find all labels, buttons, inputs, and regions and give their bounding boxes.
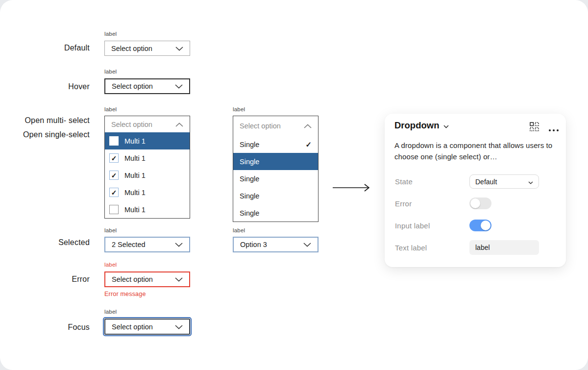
prop-label-error: Error — [395, 199, 412, 208]
text-label-input-value: label — [475, 244, 490, 251]
multi-option[interactable]: Multi 1 — [105, 201, 190, 218]
multi-option[interactable]: Multi 1 — [105, 132, 190, 149]
single-option-label: Single — [240, 158, 259, 166]
prop-label-input-label: Input label — [395, 222, 430, 230]
selected-field-label: label — [104, 227, 117, 233]
multi-option[interactable]: ✓ Multi 1 — [105, 184, 190, 201]
state-label-error: Error — [15, 275, 90, 284]
state-select[interactable]: Default — [469, 174, 539, 189]
chevron-up-icon — [304, 122, 312, 130]
dropdown-focus[interactable]: Select option — [104, 319, 190, 335]
state-label-selected: Selected — [15, 238, 90, 247]
chevron-down-icon — [303, 241, 311, 248]
single-option[interactable]: Single — [233, 204, 318, 222]
chevron-down-icon — [175, 82, 183, 90]
state-label-open-multi: Open multi- select — [15, 116, 90, 125]
dropdown-selected-single[interactable]: Option 3 — [233, 237, 318, 252]
dropdown-selected-single-value: Option 3 — [240, 241, 267, 248]
chevron-down-icon — [175, 323, 183, 331]
hover-field-label: label — [104, 69, 117, 74]
toggle-knob — [470, 198, 480, 208]
checkbox-unchecked-icon[interactable] — [109, 136, 119, 146]
state-select-value: Default — [475, 178, 497, 186]
chevron-down-icon — [175, 45, 183, 52]
prop-label-state: State — [395, 177, 413, 186]
checkbox-checked-icon[interactable]: ✓ — [109, 188, 119, 197]
arrow-right-icon — [332, 182, 372, 195]
single-option[interactable]: Single — [233, 187, 318, 204]
dropdown-error-value: Select option — [112, 275, 153, 283]
single-option[interactable]: Single — [233, 170, 318, 187]
panel-title-text: Dropdown — [394, 120, 439, 131]
multi-option-label: Multi 1 — [124, 154, 146, 162]
multi-option-label: Multi 1 — [124, 189, 146, 197]
check-icon: ✓ — [305, 140, 312, 149]
panel-title[interactable]: Dropdown — [394, 120, 449, 131]
state-label-open-single: Open single-select — [15, 130, 90, 139]
error-toggle[interactable] — [469, 197, 491, 209]
multi-option-label: Multi 1 — [124, 206, 146, 214]
dropdown-single-open: Select option Single ✓ Single Single Sin… — [233, 116, 318, 222]
dropdown-component-sheet: Default Hover Open multi- select Open si… — [0, 0, 588, 370]
toggle-knob — [481, 221, 490, 230]
prop-label-text-label: Text label — [395, 244, 427, 252]
dropdown-default[interactable]: Select option — [104, 41, 190, 56]
state-label-default: Default — [15, 44, 90, 52]
chevron-down-icon — [175, 275, 183, 283]
panel-description: A dropdown is a component that allows us… — [394, 140, 554, 162]
dropdown-multi-open: Select option Multi 1 ✓ Multi 1 ✓ Multi … — [104, 116, 190, 219]
chevron-up-icon — [175, 121, 183, 128]
dropdown-multi-placeholder: Select option — [111, 121, 152, 128]
single-field-label: label — [233, 106, 245, 112]
multi-option-label: Multi 1 — [124, 172, 146, 179]
dropdown-default-value: Select option — [111, 45, 152, 52]
single-option[interactable]: Single ✓ — [233, 136, 318, 153]
single-option-label: Single — [240, 192, 259, 200]
chevron-down-icon — [175, 241, 183, 248]
error-message: Error message — [104, 291, 146, 297]
dropdown-selected-multi-value: 2 Selected — [112, 241, 146, 248]
chevron-down-icon — [443, 120, 449, 131]
state-label-focus: Focus — [15, 323, 90, 332]
checkbox-checked-icon[interactable]: ✓ — [109, 153, 119, 163]
error-field-label: label — [104, 262, 117, 268]
checkbox-unchecked-icon[interactable] — [109, 205, 119, 214]
checkbox-checked-icon[interactable]: ✓ — [109, 171, 119, 180]
dropdown-single-placeholder: Select option — [240, 122, 281, 130]
dropdown-error[interactable]: Select option — [104, 271, 190, 287]
multi-option-label: Multi 1 — [124, 137, 146, 145]
dropdown-hover-value: Select option — [112, 82, 153, 90]
single-option-label: Single — [240, 175, 259, 183]
dropdown-hover[interactable]: Select option — [104, 78, 190, 94]
chevron-down-icon — [528, 178, 533, 186]
dropdown-selected-multi[interactable]: 2 Selected — [104, 237, 190, 252]
default-field-label: label — [104, 31, 117, 37]
dropdown-single-header[interactable]: Select option — [233, 116, 318, 136]
variants-grid-icon[interactable] — [530, 122, 539, 133]
text-label-input[interactable]: label — [469, 240, 539, 255]
single-option-label: Single — [240, 141, 259, 148]
multi-option[interactable]: ✓ Multi 1 — [105, 149, 190, 167]
more-options-icon[interactable] — [548, 125, 559, 134]
dropdown-focus-value: Select option — [112, 323, 153, 331]
dropdown-multi-header[interactable]: Select option — [105, 116, 190, 132]
state-label-hover: Hover — [15, 82, 90, 91]
input-label-toggle[interactable] — [469, 220, 491, 231]
selected-single-field-label: label — [233, 227, 245, 233]
multi-option[interactable]: ✓ Multi 1 — [105, 167, 190, 184]
single-option[interactable]: Single — [233, 153, 318, 170]
focus-field-label: label — [104, 309, 117, 315]
properties-panel: Dropdown A dropdown is a component that … — [385, 114, 566, 267]
multi-field-label: label — [104, 106, 117, 112]
single-option-label: Single — [240, 209, 259, 217]
